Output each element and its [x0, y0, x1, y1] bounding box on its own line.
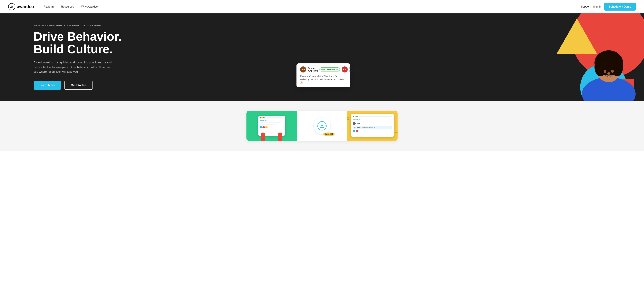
- card-placeholder-3: ⊛ awardco Gary Gary, thanks for keeping …: [347, 111, 398, 141]
- hero-title-line2: Build Culture.: [34, 42, 113, 56]
- deco-line-4: [395, 132, 398, 133]
- recognition-card-header: BA Bryan Andrews RECOGNIZED → KB Kayla B…: [300, 66, 346, 72]
- mini-logo-row: ⊛ awardco: [260, 119, 284, 121]
- bottom-section: ⊛ awardco: [0, 101, 644, 151]
- navigation: awardco Platform Resources Why Awardco S…: [0, 0, 644, 13]
- svg-point-8: [611, 70, 614, 73]
- dot-green: [263, 117, 264, 118]
- m-url-bar: [359, 116, 392, 117]
- deco-line-3: [395, 134, 398, 134]
- deco-line-1: [347, 117, 349, 118]
- hero-title: Drive Behavior. Build Culture.: [34, 30, 122, 55]
- gary-circle: Gary +30: [314, 117, 330, 134]
- user-avatar: [353, 122, 356, 125]
- mini-awardco-label: ⊛ awardco: [260, 119, 268, 121]
- hero-visual: BA Bryan Andrews RECOGNIZED → KB Kayla B…: [290, 13, 644, 101]
- recognized-label: RECOGNIZED: [321, 68, 335, 71]
- nav-support-link[interactable]: Support: [581, 5, 590, 8]
- hero-eyebrow: EMPLOYEE REWARDS & RECOGNITION PLATFORM: [34, 24, 122, 27]
- user-name: Gary: [356, 123, 360, 124]
- get-started-button[interactable]: Get Started: [64, 81, 93, 90]
- awardco-interface-mockup: ⊛ awardco Gary Gary, thanks for keeping …: [351, 114, 394, 137]
- card-2-content: Gary +30: [314, 117, 330, 134]
- user-row: Gary: [353, 122, 392, 125]
- mockup-logo: ⊛ awardco: [353, 119, 360, 120]
- avatar-3: [265, 126, 268, 128]
- svg-point-0: [8, 3, 15, 10]
- reply-text: Reply: [358, 130, 362, 132]
- schedule-demo-button[interactable]: Schedule a Demo: [604, 3, 636, 10]
- nav-left: awardco Platform Resources Why Awardco: [8, 3, 101, 10]
- nav-signin-link[interactable]: Sign In: [593, 5, 602, 8]
- logo-text: awardco: [17, 4, 34, 9]
- feature-card-3: ⊛ awardco Gary Gary, thanks for keeping …: [347, 111, 398, 141]
- card-3-content: ⊛ awardco Gary Gary, thanks for keeping …: [351, 114, 394, 138]
- receiver-avatar: KB: [342, 66, 348, 72]
- avatar-1: [260, 126, 262, 128]
- awardco-logo-icon: [8, 3, 16, 10]
- sender-avatar: BA: [300, 66, 306, 72]
- gary-name-badge: Gary +30: [323, 133, 334, 136]
- url-bar: [266, 117, 284, 118]
- dot-red: [260, 117, 261, 118]
- feature-card-1: ⊛ awardco: [246, 111, 297, 141]
- receiver-name: Kayla Brooks: [349, 67, 358, 72]
- mini-avatar-row: [260, 126, 284, 128]
- arrow-icon: →: [336, 68, 338, 71]
- nav-link-platform[interactable]: Platform: [41, 4, 57, 9]
- hero-section: EMPLOYEE REWARDS & RECOGNITION PLATFORM …: [0, 13, 644, 101]
- nav-link-resources[interactable]: Resources: [58, 4, 77, 9]
- recognition-message: Kayla, you're a rockstar! Thank you for …: [300, 74, 346, 84]
- recognition-card: BA Bryan Andrews RECOGNIZED → KB Kayla B…: [296, 63, 350, 87]
- m-dot-red: [353, 116, 354, 117]
- chat-bubble: Gary, thanks for keeping us hydrated! 💧: [353, 126, 392, 129]
- hand-left: [261, 133, 265, 141]
- mockup-header: [353, 116, 392, 117]
- deco-line-2: [347, 119, 349, 120]
- feature-cards-container: ⊛ awardco: [246, 111, 398, 141]
- recognized-badge: RECOGNIZED →: [320, 67, 340, 71]
- m-dot-green: [356, 116, 358, 117]
- person-svg: [577, 30, 641, 101]
- learn-more-button[interactable]: Learn More: [34, 81, 61, 90]
- svg-point-9: [607, 72, 610, 75]
- card-1-content: ⊛ awardco: [252, 114, 292, 138]
- content-line-1: [260, 122, 281, 123]
- sender-name: Bryan Andrews: [308, 67, 318, 72]
- card-placeholder-1: ⊛ awardco: [246, 111, 297, 141]
- content-line-2: [260, 124, 276, 125]
- nav-link-why-awardco[interactable]: Why Awardco: [78, 4, 101, 9]
- r-avatar-1: [353, 130, 355, 132]
- m-dot-yellow: [354, 116, 356, 117]
- mockup-nav: ⊛ awardco: [353, 118, 392, 121]
- hero-description: Awardco makes recognizing and rewarding …: [34, 60, 114, 74]
- gary-logo-svg: [317, 121, 327, 131]
- r-avatar-2: [356, 130, 358, 132]
- tablet-header: [260, 117, 284, 118]
- svg-point-7: [604, 70, 606, 73]
- hand-right: [278, 133, 282, 141]
- hands: [261, 133, 282, 141]
- dot-yellow: [262, 117, 263, 118]
- avatar-2: [262, 126, 265, 128]
- react-row: Reply: [353, 130, 392, 132]
- feature-card-2: Gary +30: [297, 111, 347, 141]
- nav-links-left: Platform Resources Why Awardco: [41, 4, 101, 9]
- svg-point-10: [318, 121, 326, 130]
- hero-title-line1: Drive Behavior.: [34, 30, 122, 43]
- svg-point-5: [594, 58, 606, 76]
- svg-point-6: [611, 58, 623, 76]
- card-placeholder-2: Gary +30: [297, 111, 347, 141]
- hero-buttons: Learn More Get Started: [34, 81, 122, 90]
- hero-content: EMPLOYEE REWARDS & RECOGNITION PLATFORM …: [34, 24, 122, 90]
- logo[interactable]: awardco: [8, 3, 34, 10]
- hero-person-illustration: [574, 13, 644, 101]
- nav-right: Support Sign In Schedule a Demo: [581, 3, 636, 10]
